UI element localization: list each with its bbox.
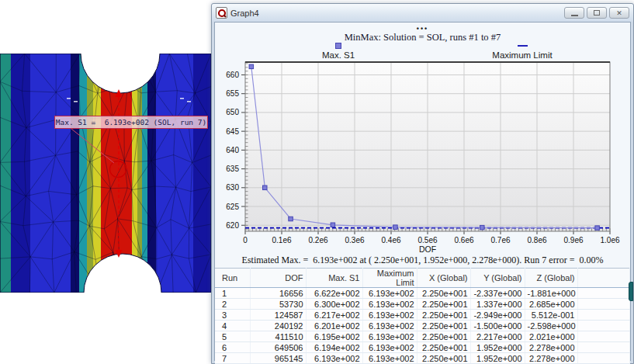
data-point-marker bbox=[393, 225, 397, 230]
maximize-icon bbox=[594, 10, 600, 16]
table-cell: -2.949e+000 bbox=[470, 310, 525, 321]
table-cell: 3 bbox=[215, 310, 250, 321]
table-cell: 53730 bbox=[250, 299, 306, 310]
table-cell: 6.193e+002 bbox=[362, 299, 417, 310]
x-tick-label: 0.1e6 bbox=[272, 236, 291, 244]
column-header-max-s1[interactable]: Max. S1 bbox=[306, 269, 362, 288]
table-cell: -1.500e+000 bbox=[470, 321, 525, 331]
table-cell: 2.021e+000 bbox=[525, 331, 577, 342]
table-cell: 2.250e+001 bbox=[417, 353, 470, 364]
column-header-filler bbox=[577, 269, 630, 288]
x-tick-label: 0.2e6 bbox=[308, 236, 327, 244]
table-cell: 2.250e+001 bbox=[417, 299, 470, 310]
table-cell-filler bbox=[577, 353, 630, 364]
table-row[interactable]: 54115106.195e+0026.193e+0022.250e+0012.2… bbox=[215, 331, 630, 342]
chart-title: MinMax: Solution = SOL, runs #1 to #7 bbox=[215, 32, 630, 43]
fea-contour-plot bbox=[0, 54, 211, 293]
y-tick-label: 640 bbox=[226, 146, 239, 154]
table-cell-filler bbox=[577, 288, 630, 299]
square-marker-icon bbox=[335, 43, 341, 49]
table-cell: 2.250e+001 bbox=[417, 331, 470, 342]
table-cell-filler bbox=[577, 321, 630, 331]
table-row[interactable]: 42401926.201e+0026.193e+0022.250e+001-1.… bbox=[215, 321, 630, 331]
y-tick-label: 650 bbox=[226, 108, 239, 116]
minimize-button[interactable] bbox=[564, 7, 584, 19]
x-tick-label: 0.4e6 bbox=[381, 236, 400, 244]
legend-item-maximum-limit[interactable]: Maximum Limit bbox=[480, 43, 565, 60]
x-tick-label: 0 bbox=[243, 236, 248, 244]
column-header-maximum-limit[interactable]: Maximum Limit bbox=[362, 269, 417, 288]
table-cell: 6.193e+002 bbox=[362, 321, 417, 331]
table-cell: 5 bbox=[215, 331, 250, 342]
table-cell: 6 bbox=[215, 342, 250, 353]
table-cell-filler bbox=[577, 342, 630, 353]
y-tick-label: 660 bbox=[226, 71, 239, 79]
data-point-marker bbox=[249, 64, 254, 69]
graph-app-icon bbox=[216, 7, 227, 19]
table-cell: 6.201e+002 bbox=[306, 321, 362, 331]
table-cell: 6.217e+002 bbox=[306, 310, 362, 321]
table-cell: 6.195e+002 bbox=[306, 331, 362, 342]
data-point-marker bbox=[480, 225, 485, 230]
table-cell: 2.250e+001 bbox=[417, 288, 470, 299]
column-header-y-global-[interactable]: Y (Global) bbox=[470, 269, 525, 288]
graph4-window: Graph4 ✕ ••• MinMax: Solution = SOL, run… bbox=[211, 3, 634, 364]
table-row[interactable]: 31245876.217e+0026.193e+0022.250e+001-2.… bbox=[215, 310, 630, 321]
legend-item-max-s1[interactable]: Max. S1 bbox=[307, 43, 369, 60]
column-header-x-global-[interactable]: X (Global) bbox=[417, 269, 470, 288]
table-cell: 649506 bbox=[250, 342, 306, 353]
y-tick-label: 655 bbox=[226, 89, 239, 98]
dash-marker-icon bbox=[518, 45, 528, 47]
data-point-marker bbox=[595, 226, 600, 231]
table-cell: 2.217e+000 bbox=[470, 331, 525, 342]
table-cell: 6.300e+002 bbox=[306, 299, 362, 310]
maximize-button[interactable] bbox=[587, 7, 607, 19]
table-cell: -2.337e+000 bbox=[470, 288, 525, 299]
table-cell: 6.193e+002 bbox=[362, 310, 417, 321]
x-tick-label: 0.5e6 bbox=[417, 236, 437, 244]
table-cell: 2 bbox=[215, 299, 250, 310]
data-point-marker bbox=[289, 217, 293, 221]
legend-label: Max. S1 bbox=[322, 50, 355, 60]
table-cell-filler bbox=[577, 331, 630, 342]
x-tick-label: 0.8e6 bbox=[527, 236, 546, 244]
close-button[interactable]: ✕ bbox=[609, 7, 629, 19]
legend-label: Maximum Limit bbox=[492, 50, 552, 60]
table-cell-filler bbox=[577, 310, 630, 321]
table-row[interactable]: 2537306.300e+0026.193e+0022.250e+0011.33… bbox=[215, 299, 630, 310]
table-cell: 1.952e+000 bbox=[470, 342, 525, 353]
table-row[interactable]: 1166566.622e+0026.193e+0022.250e+001-2.3… bbox=[215, 288, 630, 299]
scrollbar-handle[interactable] bbox=[629, 282, 633, 301]
x-axis-label: DOF bbox=[419, 244, 436, 254]
y-tick-label: 645 bbox=[226, 127, 239, 136]
minimize-icon bbox=[571, 15, 578, 16]
column-header-z-global-[interactable]: Z (Global) bbox=[525, 269, 577, 288]
y-tick-label: 630 bbox=[226, 183, 239, 192]
window-title: Graph4 bbox=[230, 9, 259, 18]
column-header-dof[interactable]: DOF bbox=[250, 269, 306, 288]
table-row[interactable]: 66495066.194e+0026.193e+0022.250e+0011.9… bbox=[215, 342, 630, 353]
y-tick-label: 625 bbox=[226, 203, 239, 211]
table-cell: 5.512e-001 bbox=[525, 310, 577, 321]
y-tick-label: 620 bbox=[226, 221, 239, 230]
table-cell: 2.250e+001 bbox=[417, 321, 470, 331]
table-cell: 411510 bbox=[250, 331, 306, 342]
column-header-run[interactable]: Run bbox=[215, 269, 250, 288]
table-cell: 1.952e+000 bbox=[470, 353, 525, 364]
x-tick-label: 0.9e6 bbox=[563, 236, 583, 244]
y-tick-label: 635 bbox=[226, 165, 239, 173]
table-cell: 965145 bbox=[250, 353, 306, 364]
data-point-marker bbox=[263, 185, 268, 190]
table-cell: 16656 bbox=[250, 288, 306, 299]
results-table: RunDOFMax. S1Maximum LimitX (Global)Y (G… bbox=[215, 268, 630, 364]
table-cell: 4 bbox=[215, 321, 250, 331]
max-s1-callout[interactable]: Max. S1 = 6.193e+002 (SOL, run 7) bbox=[54, 116, 208, 129]
results-table-body: 1166566.622e+0026.193e+0022.250e+001-2.3… bbox=[215, 288, 630, 364]
table-row[interactable]: 79651456.193e+0026.193e+0022.250e+0011.9… bbox=[215, 353, 630, 364]
window-titlebar[interactable]: Graph4 ✕ bbox=[212, 4, 633, 22]
table-header-row: RunDOFMax. S1Maximum LimitX (Global)Y (G… bbox=[215, 269, 630, 288]
table-cell: 1.337e+000 bbox=[470, 299, 525, 310]
table-cell: 6.622e+002 bbox=[306, 288, 362, 299]
table-cell: 6.193e+002 bbox=[362, 331, 417, 342]
table-cell: -1.881e+000 bbox=[525, 288, 577, 299]
